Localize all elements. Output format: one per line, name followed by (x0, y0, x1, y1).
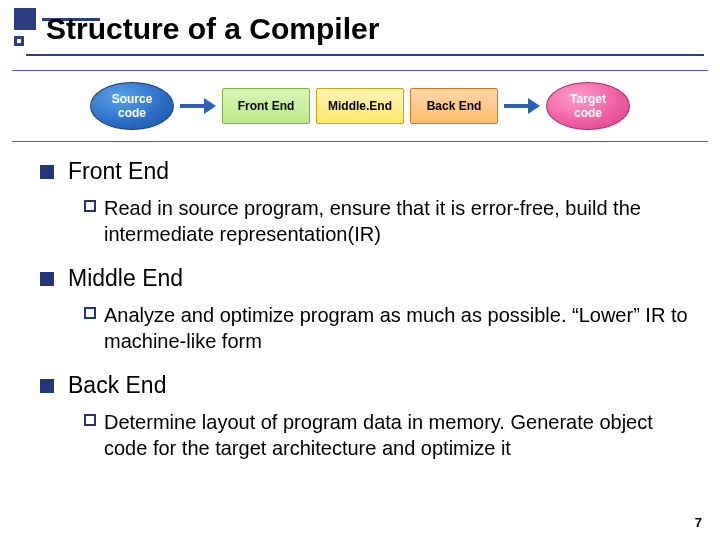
subitem-text: Analyze and optimize program as much as … (104, 302, 696, 354)
content-body: Front End Read in source program, ensure… (40, 158, 696, 479)
front-end-node: Front End (222, 88, 310, 124)
hollow-square-bullet-icon (84, 200, 96, 212)
section-heading-text: Middle End (68, 265, 183, 292)
title-underline (26, 54, 704, 56)
page-number: 7 (695, 515, 702, 530)
back-end-node: Back End (410, 88, 498, 124)
arrow-icon (504, 98, 540, 114)
section-heading: Middle End (40, 265, 696, 292)
section-subitem: Read in source program, ensure that it i… (84, 195, 696, 247)
hollow-square-bullet-icon (84, 307, 96, 319)
target-code-node: Target code (546, 82, 630, 130)
middle-end-node: Middle.End (316, 88, 404, 124)
square-bullet-icon (40, 379, 54, 393)
page-title: Structure of a Compiler (46, 12, 379, 46)
section-heading: Back End (40, 372, 696, 399)
hollow-square-bullet-icon (84, 414, 96, 426)
section-middle-end: Middle End Analyze and optimize program … (40, 265, 696, 354)
section-heading-text: Back End (68, 372, 166, 399)
section-back-end: Back End Determine layout of program dat… (40, 372, 696, 461)
square-bullet-icon (40, 165, 54, 179)
section-heading-text: Front End (68, 158, 169, 185)
section-subitem: Determine layout of program data in memo… (84, 409, 696, 461)
section-subitem: Analyze and optimize program as much as … (84, 302, 696, 354)
subitem-text: Determine layout of program data in memo… (104, 409, 696, 461)
section-front-end: Front End Read in source program, ensure… (40, 158, 696, 247)
square-bullet-icon (40, 272, 54, 286)
section-heading: Front End (40, 158, 696, 185)
subitem-text: Read in source program, ensure that it i… (104, 195, 696, 247)
arrow-icon (180, 98, 216, 114)
source-code-node: Source code (90, 82, 174, 130)
compiler-pipeline-diagram: Source code Front End Middle.End Back En… (12, 70, 708, 142)
